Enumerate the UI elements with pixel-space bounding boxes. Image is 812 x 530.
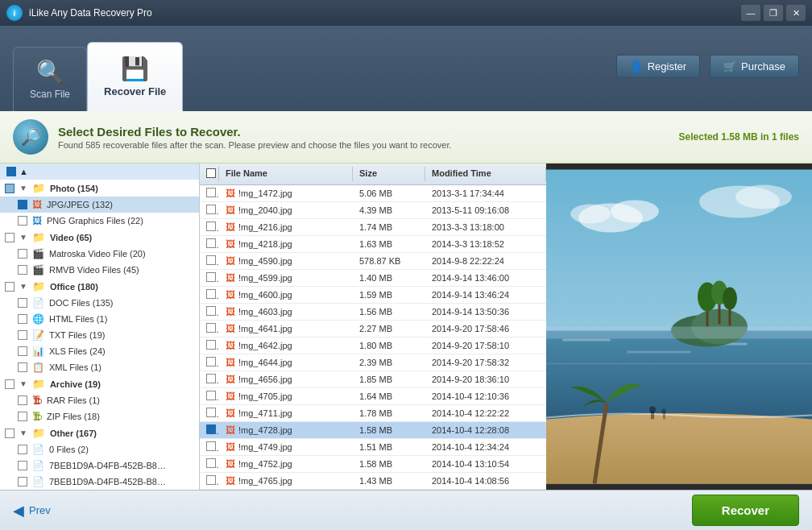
file-row-checkbox[interactable] [206,374,216,383]
file-row-checkbox[interactable] [206,323,216,333]
tree-header-checkbox[interactable] [6,167,16,176]
tree-scroll[interactable]: ▼ 📁 Photo (154) 🖼 JPG/JPEG (132) 🖼 PNG G… [0,180,199,490]
tree-item-png[interactable]: 🖼 PNG Graphics Files (22) [0,213,199,229]
mkv-checkbox[interactable] [18,249,27,259]
file-row[interactable]: 🖼!mg_4216.jpg1.74 MB2013-3-3 13:18:00 [200,219,546,236]
file-row-checkbox[interactable] [206,306,216,316]
file-size-cell: 1.85 MB [353,372,425,387]
restore-button[interactable]: ❐ [764,5,783,21]
file-row[interactable]: 🖼!mg_4218.jpg1.63 MB2014-3-3 13:18:52 [200,236,546,253]
txt-checkbox[interactable] [18,330,27,340]
purchase-button[interactable]: 🛒 Purchase [710,55,799,78]
minimize-button[interactable]: — [741,5,760,21]
tree-item-rmvb[interactable]: 🎬 RMVB Video Files (45) [0,262,199,278]
file-row-checkbox[interactable] [206,458,216,468]
file-row-checkbox[interactable] [206,222,216,231]
zip-checkbox[interactable] [18,412,27,421]
file-row[interactable]: 🖼!mg_4656.jpg1.85 MB2014-9-20 18:36:10 [200,371,546,388]
file-row-checkbox[interactable] [206,188,216,197]
file-row[interactable]: 🖼!mg_4642.jpg1.80 MB2014-9-20 17:58:10 [200,337,546,354]
txt-label: TXT Files (19) [49,330,105,340]
file-row[interactable]: 🖼!mg_4752.jpg1.58 MB2014-10-4 13:10:54 [200,456,546,473]
tree-item-xml[interactable]: 📋 XML Files (1) [0,359,199,375]
doc-checkbox[interactable] [18,298,27,308]
file-row[interactable]: 🖼!mg_4603.jpg1.56 MB2014-9-14 13:50:36 [200,304,546,321]
file-row-checkbox[interactable] [206,238,216,248]
office-folder-icon: 📁 [32,280,45,292]
tree-item-uuid2[interactable]: 📄 7BEB1D9A-D4FB-452B-B81B-A1CEC7D20... [0,474,199,490]
tree-category-office[interactable]: ▼ 📁 Office (180) [0,278,199,295]
tree-item-rar[interactable]: 🗜 RAR Files (1) [0,392,199,408]
photo-checkbox[interactable] [5,184,14,193]
tree-item-zip[interactable]: 🗜 ZIP Files (18) [0,408,199,424]
file-row-checkbox[interactable] [206,391,216,400]
html-checkbox[interactable] [18,314,27,324]
file-row-checkbox[interactable] [206,475,216,485]
bottom-bar: ◀ Prev Recover [0,490,812,530]
file-row-checkbox[interactable] [206,441,216,451]
xml-checkbox[interactable] [18,362,27,372]
file-size-cell: 1.59 MB [353,288,425,302]
file-row-checkbox[interactable] [206,255,216,265]
rar-checkbox[interactable] [18,395,27,405]
file-row[interactable]: 🖼!mg_2040.jpg4.39 MB2013-5-11 09:16:08 [200,202,546,219]
prev-button[interactable]: ◀ Prev [13,502,51,520]
xls-checkbox[interactable] [18,346,27,356]
file-row[interactable]: 🖼!mg_4728.jpg1.58 MB2014-10-4 12:28:08 [200,422,546,439]
rmvb-checkbox[interactable] [18,265,27,275]
file-modified-cell: 2014-9-14 13:46:00 [425,271,546,285]
svg-point-5 [735,185,792,209]
jpg-checkbox[interactable] [18,200,27,209]
tree-item-doc[interactable]: 📄 DOC Files (135) [0,295,199,311]
close-button[interactable]: ✕ [786,5,806,21]
other-checkbox[interactable] [5,429,14,438]
file-row[interactable]: 🖼!mg_4749.jpg1.51 MB2014-10-4 12:34:24 [200,439,546,456]
tree-item-uuid1[interactable]: 📄 7BEB1D9A-D4FB-452B-B81B-A1CEC7D20... [0,458,199,474]
file-row-checkbox[interactable] [206,424,216,434]
file-row-checkbox[interactable] [206,289,216,299]
file-row-checkbox[interactable] [206,357,216,366]
0files-checkbox[interactable] [18,445,27,454]
file-row[interactable]: 🖼!mg_1472.jpg5.06 MB2013-3-1 17:34:44 [200,185,546,202]
tab-recover-label: Recover File [104,85,166,97]
office-checkbox[interactable] [5,282,14,292]
file-row[interactable]: 🖼!mg_4599.jpg1.40 MB2014-9-14 13:46:00 [200,270,546,287]
file-row-checkbox[interactable] [206,408,216,417]
file-row[interactable]: 🖼!mg_4705.jpg1.64 MB2014-10-4 12:10:36 [200,388,546,405]
uuid1-checkbox[interactable] [18,461,27,470]
recover-button[interactable]: Recover [692,495,799,526]
tree-item-xls[interactable]: 📊 XLS Files (24) [0,343,199,359]
file-row-checkbox[interactable] [206,205,216,214]
col-filename: File Name [219,167,353,181]
tree-category-other[interactable]: ▼ 📁 Other (167) [0,424,199,441]
tree-category-photo[interactable]: ▼ 📁 Photo (154) [0,180,199,197]
tree-category-archive[interactable]: ▼ 📁 Archive (19) [0,375,199,392]
tree-category-video[interactable]: ▼ 📁 Video (65) [0,229,199,246]
tree-item-0files[interactable]: 📄 0 Files (2) [0,441,199,458]
file-row[interactable]: 🖼!mg_4600.jpg1.59 MB2014-9-14 13:46:24 [200,287,546,304]
file-row-checkbox[interactable] [206,340,216,350]
tree-item-html[interactable]: 🌐 HTML Files (1) [0,311,199,327]
tab-recover[interactable]: 💾 Recover File [87,42,183,111]
tab-scan[interactable]: 🔍 Scan File [13,47,87,111]
file-row-checkbox[interactable] [206,272,216,282]
file-row[interactable]: 🖼!mg_4590.jpg578.87 KB2014-9-8 22:22:24 [200,253,546,270]
tree-item-txt[interactable]: 📝 TXT Files (19) [0,327,199,343]
file-size-cell: 1.64 MB [353,389,425,404]
uuid2-checkbox[interactable] [18,477,27,487]
svg-rect-8 [627,351,691,354]
video-checkbox[interactable] [5,233,14,242]
file-size-cell: 1.74 MB [353,220,425,234]
file-row[interactable]: 🖼!mg_4644.jpg2.39 MB2014-9-20 17:58:32 [200,354,546,371]
register-button[interactable]: 👤 Register [616,55,700,78]
file-row[interactable]: 🖼!mg_4765.jpg1.43 MB2014-10-4 14:08:56 [200,473,546,490]
prev-arrow-icon: ◀ [13,502,24,520]
archive-checkbox[interactable] [5,379,14,389]
file-table-body[interactable]: 🖼!mg_1472.jpg5.06 MB2013-3-1 17:34:44🖼!m… [200,185,546,490]
file-row[interactable]: 🖼!mg_4711.jpg1.78 MB2014-10-4 12:22:22 [200,405,546,422]
select-all-checkbox[interactable] [206,168,216,178]
png-checkbox[interactable] [18,216,27,226]
tree-item-jpg[interactable]: 🖼 JPG/JPEG (132) [0,197,199,213]
file-row[interactable]: 🖼!mg_4641.jpg2.27 MB2014-9-20 17:58:46 [200,321,546,337]
tree-item-mkv[interactable]: 🎬 Matroska Video File (20) [0,246,199,262]
